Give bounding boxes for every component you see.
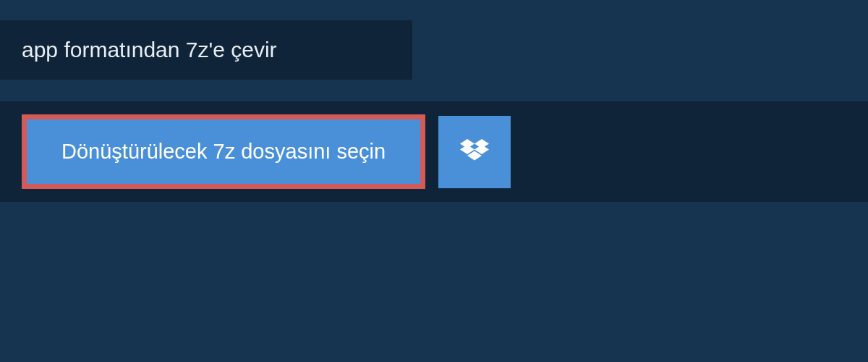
page-title: app formatından 7z'e çevir <box>22 38 391 62</box>
action-panel: Dönüştürülecek 7z dosyasını seçin <box>0 101 868 202</box>
dropbox-icon <box>460 139 489 165</box>
header-bar: app formatından 7z'e çevir <box>0 20 412 80</box>
select-file-button[interactable]: Dönüştürülecek 7z dosyasını seçin <box>22 114 425 189</box>
dropbox-button[interactable] <box>438 116 511 188</box>
